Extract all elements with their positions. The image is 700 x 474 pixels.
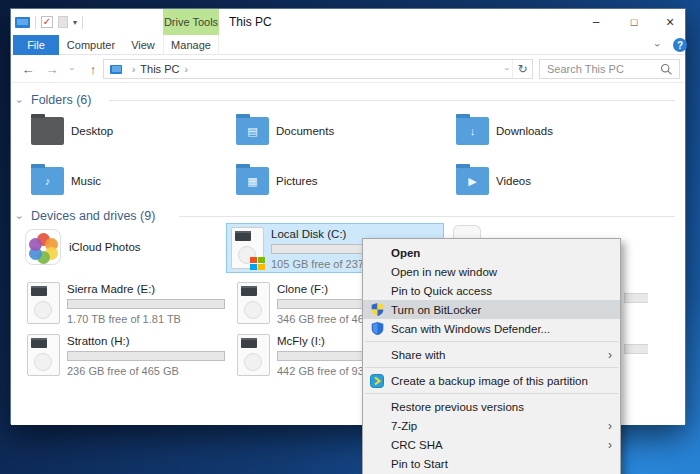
folder-label: Downloads [496, 115, 553, 147]
context-menu: Open Open in new window Pin to Quick acc… [362, 238, 621, 474]
drive-label: iCloud Photos [69, 227, 141, 267]
quick-access-toolbar: ✓ ▾ [15, 13, 83, 31]
properties-icon[interactable]: ✓ [41, 16, 53, 28]
desktop: ✓ ▾ Drive Tools This PC – □ × File Compu… [0, 0, 700, 474]
help-icon[interactable]: ? [673, 38, 687, 52]
pc-icon [110, 65, 122, 74]
local-disk-icon [231, 227, 264, 269]
menu-item-7zip[interactable]: 7-Zip › [363, 416, 620, 435]
tab-computer[interactable]: Computer [61, 35, 121, 55]
menu-item-pin-to-start[interactable]: Pin to Start [363, 454, 620, 473]
windows-flag-icon [250, 257, 265, 270]
tab-file[interactable]: File [13, 35, 59, 55]
collapse-group-icon[interactable]: › [14, 100, 25, 103]
submenu-arrow-icon: › [608, 345, 612, 364]
backup-image-icon [369, 373, 385, 388]
folder-pictures[interactable]: ▦ Pictures [228, 165, 428, 201]
menu-item-scan-defender[interactable]: Scan with Windows Defender... [363, 319, 620, 338]
folder-desktop[interactable]: Desktop [23, 115, 223, 151]
search-icon[interactable] [660, 63, 673, 76]
menu-item-turn-on-bitlocker[interactable]: Turn on BitLocker [363, 300, 620, 319]
menu-separator [365, 393, 618, 394]
tab-manage[interactable]: Manage [163, 35, 219, 55]
collapse-group-icon[interactable]: › [14, 216, 25, 219]
folders-group-header[interactable]: Folders (6) [31, 93, 91, 107]
music-folder-icon: ♪ [31, 167, 64, 195]
submenu-arrow-icon: › [608, 435, 612, 454]
divider [82, 16, 83, 29]
qat-dropdown-icon[interactable]: ▾ [73, 18, 77, 27]
capacity-bar [67, 351, 225, 361]
folder-label: Music [71, 165, 101, 197]
folder-downloads[interactable]: ↓ Downloads [448, 115, 648, 151]
breadcrumb-separator[interactable]: › [179, 64, 192, 75]
window-title: This PC [229, 9, 272, 35]
drive-label: Clone (F:) [277, 283, 328, 295]
hdd-icon [27, 282, 60, 324]
menu-item-open[interactable]: Open [363, 243, 620, 262]
free-space-text: 236 GB free of 465 GB [67, 365, 179, 377]
divider [179, 216, 675, 217]
capacity-bar [67, 299, 225, 309]
drive-sierra-madre-e[interactable]: Sierra Madre (E:) 1.70 TB free of 1.81 T… [23, 279, 238, 329]
collapse-ribbon-icon[interactable]: › [652, 43, 664, 47]
recent-locations-icon[interactable]: › [58, 62, 86, 76]
menu-item-open-new-window[interactable]: Open in new window [363, 262, 620, 281]
defender-shield-icon [369, 321, 385, 336]
refresh-icon[interactable]: ↻ [512, 60, 532, 78]
free-space-text: 1.70 TB free of 1.81 TB [67, 313, 181, 325]
pictures-folder-icon: ▦ [236, 167, 269, 195]
documents-folder-icon: ▤ [236, 117, 269, 145]
address-bar: ← → › ↑ › This PC › › ↻ [11, 55, 685, 83]
menu-separator [365, 367, 618, 368]
obscured-capacity-bar [624, 293, 648, 303]
tab-view[interactable]: View [123, 35, 163, 55]
menu-item-restore-previous-versions[interactable]: Restore previous versions [363, 397, 620, 416]
back-icon[interactable]: ← [17, 55, 39, 83]
hdd-icon [237, 282, 270, 324]
this-pc-icon [15, 17, 30, 28]
breadcrumb-location[interactable]: This PC [140, 63, 179, 75]
drive-tools-tab[interactable]: Drive Tools [163, 9, 219, 35]
address-dropdown-icon[interactable]: › [502, 64, 512, 75]
breadcrumb-separator: › [127, 64, 140, 75]
downloads-folder-icon: ↓ [456, 117, 489, 145]
close-button[interactable]: × [655, 9, 685, 35]
uac-shield-icon [369, 302, 385, 317]
folder-label: Pictures [276, 165, 318, 197]
up-icon[interactable]: ↑ [83, 55, 103, 83]
search-box [539, 59, 680, 79]
hdd-icon [237, 334, 270, 376]
menu-item-crc-sha[interactable]: CRC SHA › [363, 435, 620, 454]
drives-group-header[interactable]: Devices and drives (9) [31, 209, 155, 223]
title-bar[interactable]: ✓ ▾ Drive Tools This PC – □ × [11, 9, 685, 35]
drive-label: Stratton (H:) [67, 335, 130, 347]
submenu-arrow-icon: › [608, 416, 612, 435]
new-folder-icon[interactable] [58, 16, 68, 28]
menu-separator [365, 341, 618, 342]
divider [35, 16, 36, 29]
search-input[interactable] [540, 63, 660, 75]
ribbon-tab-row: File Computer View Manage › ? [11, 35, 685, 55]
minimize-button[interactable]: – [579, 9, 613, 35]
folder-videos[interactable]: ▶ Videos [448, 165, 648, 201]
folder-label: Documents [276, 115, 334, 147]
drive-label: McFly (I:) [277, 335, 325, 347]
menu-item-pin-quick-access[interactable]: Pin to Quick access [363, 281, 620, 300]
drive-label: Sierra Madre (E:) [67, 283, 155, 295]
drive-icloud-photos[interactable]: iCloud Photos [23, 227, 238, 271]
maximize-button[interactable]: □ [617, 9, 651, 35]
drive-stratton-h[interactable]: Stratton (H:) 236 GB free of 465 GB [23, 331, 238, 381]
videos-folder-icon: ▶ [456, 167, 489, 195]
obscured-capacity-bar [624, 344, 648, 354]
folder-music[interactable]: ♪ Music [23, 165, 223, 201]
folder-documents[interactable]: ▤ Documents [228, 115, 428, 151]
breadcrumb[interactable]: › This PC › › ↻ [103, 59, 533, 79]
drive-label: Local Disk (C:) [271, 228, 346, 240]
folder-label: Desktop [71, 115, 113, 147]
menu-item-create-backup-image[interactable]: Create a backup image of this partition [363, 371, 620, 390]
divider [109, 100, 675, 101]
menu-item-share-with[interactable]: Share with › [363, 345, 620, 364]
desktop-icon [31, 117, 64, 145]
folder-label: Videos [496, 165, 531, 197]
